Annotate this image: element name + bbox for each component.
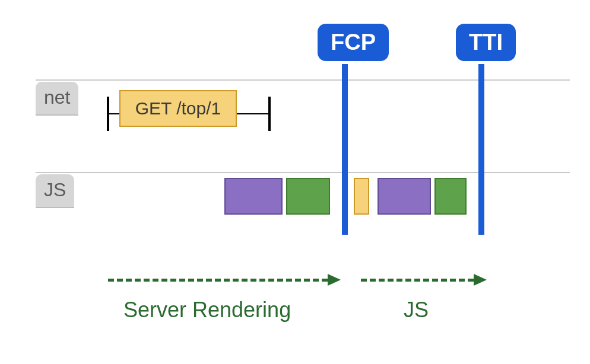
js-lane-label: JS (36, 174, 74, 208)
tti-marker-badge: TTI (456, 24, 516, 61)
js-block-4-purple (378, 178, 431, 215)
fcp-label: FCP (331, 30, 376, 55)
net-lane-rule (36, 79, 570, 81)
server-phase-arrowhead-icon (328, 274, 341, 286)
js-phase-label: JS (404, 298, 429, 323)
fcp-marker-badge: FCP (318, 24, 389, 61)
js-lane-rule (36, 172, 570, 173)
timing-diagram: net JS GET /top/1 FCP TTI Server Renderi… (0, 0, 590, 364)
server-phase-dash (108, 279, 328, 282)
tti-label: TTI (469, 30, 503, 55)
js-phase-arrowhead-icon (474, 274, 487, 286)
js-phase-arrow (361, 274, 486, 286)
net-request-text: GET /top/1 (135, 98, 221, 119)
net-lane-label: net (36, 82, 78, 116)
js-block-5-green (434, 178, 467, 215)
tti-marker-line (478, 64, 484, 235)
net-request-box: GET /top/1 (119, 90, 237, 127)
server-phase-label: Server Rendering (123, 298, 291, 323)
fcp-marker-line (342, 64, 348, 235)
js-block-3-yellow (354, 178, 369, 215)
js-block-2-green (286, 178, 330, 215)
js-block-1-purple (224, 178, 283, 215)
js-phase-dash (361, 279, 474, 282)
server-phase-arrow (108, 274, 340, 286)
